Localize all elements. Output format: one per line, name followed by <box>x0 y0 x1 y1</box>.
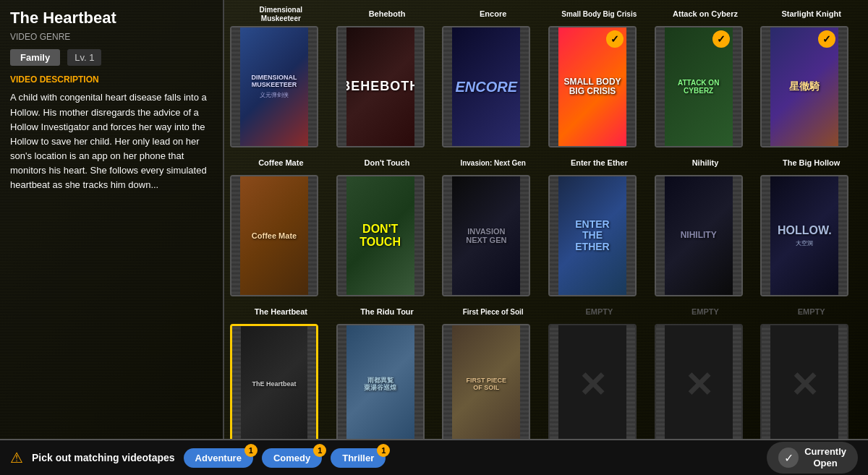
tag-comedy[interactable]: Comedy 1 <box>262 448 322 468</box>
tape-rows-container: DimensionalMuskeeteer Beheboth Encore Sm… <box>230 4 862 475</box>
currently-open-label: CurrentlyOpen <box>804 446 846 468</box>
tag-adventure-label: Adventure <box>195 453 242 463</box>
bottom-bar: ⚠ Pick out matching videotapes Adventure… <box>0 439 868 475</box>
row2-cards: Coffee Mate DON'TTOUCH <box>230 175 862 296</box>
level-badge: Lv. 1 <box>67 49 101 66</box>
row3-titles: The Heartbeat The Ridu Tour First Piece … <box>230 302 862 322</box>
tape-invasion[interactable]: INVASIONNEXT GEN <box>442 175 530 296</box>
title-coffeemate: Coffee Mate <box>230 153 332 174</box>
tape-donttouch[interactable]: DON'TTOUCH <box>336 175 425 296</box>
right-content: DimensionalMuskeeteer Beheboth Encore Sm… <box>224 0 868 475</box>
genre-badge: Family <box>10 49 60 66</box>
tape-nihility[interactable]: NIHILITY <box>655 175 743 296</box>
genre-label: Video Genre <box>10 32 213 42</box>
tape-heartbeat[interactable]: ThE Heartbeat <box>230 324 318 445</box>
title-empty3: EMPTY <box>760 302 862 322</box>
title-nihility: Nihility <box>655 153 757 174</box>
tape-coffeemate[interactable]: Coffee Mate <box>230 175 318 296</box>
title-dimensional: DimensionalMuskeeteer <box>230 4 332 25</box>
title-firstpiece: First Piece of Soil <box>442 302 544 322</box>
check-badge-attackcyberz: ✓ <box>712 30 730 48</box>
empty-x3: ✕ <box>790 364 819 405</box>
tag-comedy-label: Comedy <box>273 453 310 463</box>
row1-titles: DimensionalMuskeeteer Beheboth Encore Sm… <box>230 4 862 25</box>
genre-row: Family Lv. 1 <box>10 49 213 66</box>
tape-firstpiece[interactable]: FIRST PIECEOF SOIL <box>442 324 530 445</box>
tag-adventure[interactable]: Adventure 1 <box>184 448 253 468</box>
title-bighollow: The Big Hollow <box>760 153 862 174</box>
title-invasion: Invasion: Next Gen <box>442 153 544 174</box>
tag-thriller[interactable]: Thriller 1 <box>331 448 386 468</box>
left-panel: The Heartbeat Video Genre Family Lv. 1 V… <box>0 0 224 475</box>
main-container: The Heartbeat Video Genre Family Lv. 1 V… <box>0 0 868 475</box>
tag-comedy-count: 1 <box>313 444 326 457</box>
tape-ridutour[interactable]: 雨都異覧粟湯谷巡煌 <box>336 324 425 445</box>
empty-x2: ✕ <box>684 364 713 405</box>
video-title: The Heartbeat <box>10 9 213 27</box>
desc-header: Video Description <box>10 74 213 85</box>
check-badge-smallbody: ✓ <box>606 30 624 48</box>
title-encore: Encore <box>442 4 544 25</box>
title-empty2: EMPTY <box>655 302 757 322</box>
tape-starlight[interactable]: ✓ 星徹騎 <box>760 26 848 147</box>
tape-empty2: ✕ <box>655 324 743 445</box>
title-ridutour: The Ridu Tour <box>336 302 438 322</box>
title-donttouch: Don't Touch <box>336 153 438 174</box>
currently-open-button[interactable]: ✓ CurrentlyOpen <box>767 442 858 473</box>
title-ether: Enter the Ether <box>548 153 650 174</box>
title-smallbody: Small Body Big Crisis <box>548 4 650 25</box>
tape-attackcyberz[interactable]: ✓ ATTACK ONCYBERZ <box>655 26 743 147</box>
tape-empty1: ✕ <box>548 324 637 445</box>
tape-smallbody[interactable]: ✓ SMALL BODYBIG CRISIS <box>548 26 637 147</box>
tag-thriller-label: Thriller <box>342 453 374 463</box>
tag-thriller-count: 1 <box>377 444 390 457</box>
title-beheboth: Beheboth <box>336 4 438 25</box>
tag-adventure-count: 1 <box>244 444 258 457</box>
row2-titles: Coffee Mate Don't Touch Invasion: Next G… <box>230 153 862 174</box>
tape-bighollow[interactable]: HOLLOW. 大空洞 <box>760 175 848 296</box>
row3-cards: ThE Heartbeat 雨都異覧粟湯谷巡煌 <box>230 324 862 445</box>
warning-icon: ⚠ <box>10 449 23 466</box>
tape-ether[interactable]: ENTERTHEETHER <box>548 175 637 296</box>
empty-x1: ✕ <box>578 364 607 405</box>
tape-beheboth[interactable]: BEHEBOTH <box>336 26 425 147</box>
title-heartbeat: The Heartbeat <box>230 302 332 322</box>
tape-empty3: ✕ <box>760 324 848 445</box>
title-starlight: Starlight Knight <box>760 4 862 25</box>
check-icon: ✓ <box>784 451 793 465</box>
title-empty1: EMPTY <box>548 302 650 322</box>
pick-text: Pick out matching videotapes <box>32 452 175 463</box>
video-description: A child with congenital heart disease fa… <box>10 90 213 192</box>
title-attackcyberz: Attack on Cyberz <box>655 4 757 25</box>
tape-encore[interactable]: ENCORE <box>442 26 530 147</box>
row1-cards: DIMENSIONALMUSKEETEER 义元弹剑侠 BEHEBOTH <box>230 26 862 147</box>
currently-open-check: ✓ <box>778 448 799 468</box>
tape-dimensional[interactable]: DIMENSIONALMUSKEETEER 义元弹剑侠 <box>230 26 318 147</box>
